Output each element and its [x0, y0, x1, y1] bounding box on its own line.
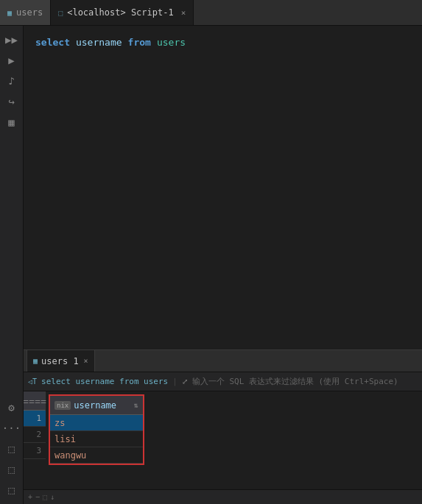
top-bar: ▦ users ⬚ <localhost> Script-1 × — [0, 0, 422, 26]
col-name-username: username — [74, 400, 131, 411]
column-header-username[interactable]: nix username ⇅ — [50, 396, 143, 415]
sort-icon[interactable]: ⇅ — [134, 401, 138, 409]
grid-table-wrapper: nix username ⇅ zs lisi — [46, 391, 147, 489]
table-users: users — [157, 37, 186, 48]
row-number-column: ⚌⚌⚌⚌ 1 2 3 — [24, 391, 46, 489]
row-icons-header: ⚌⚌⚌⚌ — [24, 397, 46, 405]
sidebar: ▶▶ ▶ ♪ ↪ ▦ ⚙ ··· ⬚ ⬚ ⬚ — [0, 26, 24, 504]
results-panel: ▦ users 1 × ◁T select username from user… — [24, 349, 422, 504]
refresh-icon[interactable]: ↪ — [2, 92, 21, 111]
result-tab-icon: ▦ — [33, 357, 38, 365]
filter-hint: 输入一个 SQL 表达式来过滤结果 (使用 Ctrl+Space) — [192, 376, 398, 387]
keyword-select: select — [35, 37, 70, 48]
row-num-1: 1 — [24, 411, 46, 427]
tab-users-label: users — [16, 7, 43, 18]
data-grid: ⚌⚌⚌⚌ 1 2 3 nix username ⇅ — [24, 391, 422, 489]
grid-icon[interactable]: ▦ — [2, 113, 21, 132]
editor-line-1: select username from users — [35, 33, 410, 51]
query-bar: ◁T select username from users | ⤢ 输入一个 S… — [24, 372, 422, 391]
panel2-icon[interactable]: ⬚ — [2, 460, 21, 479]
separator: | — [172, 377, 177, 386]
add-row-icon[interactable]: + — [28, 493, 32, 501]
delete-row-icon[interactable]: − — [35, 493, 40, 501]
filter-expand-icon: ⤢ — [182, 377, 188, 386]
result-tab-close-icon[interactable]: × — [84, 357, 88, 365]
content-area: select username from users ▦ users 1 × — [24, 26, 422, 504]
tab-users[interactable]: ▦ users — [0, 0, 51, 25]
settings-icon[interactable]: ⚙ — [2, 398, 21, 417]
save-icon[interactable]: ↓ — [50, 493, 54, 501]
bottom-bar: + − ⬚ ↓ — [24, 489, 422, 504]
query-text: select username from users — [41, 377, 168, 386]
more-icon[interactable]: ··· — [2, 419, 21, 438]
row-num-3: 3 — [24, 443, 46, 459]
table-row[interactable]: wangwu — [50, 447, 143, 464]
editor[interactable]: select username from users — [24, 26, 422, 349]
sidebar-bottom: ⚙ ··· ⬚ ⬚ ⬚ — [2, 398, 21, 504]
script-icon[interactable]: ♪ — [2, 71, 21, 90]
result-tab-users[interactable]: ▦ users 1 × — [27, 350, 95, 372]
panel3-icon[interactable]: ⬚ — [2, 480, 21, 500]
table-row[interactable]: zs — [50, 415, 143, 431]
query-indicator-icon: ◁T — [28, 377, 37, 386]
main-layout: ▶▶ ▶ ♪ ↪ ▦ ⚙ ··· ⬚ ⬚ ⬚ select username f… — [0, 26, 422, 504]
tab-close-icon[interactable]: × — [181, 8, 186, 18]
cell-value-2: lisi — [54, 434, 76, 444]
row-num-2: 2 — [24, 427, 46, 443]
panel1-icon[interactable]: ⬚ — [2, 439, 21, 458]
tab-script-label: <localhost> Script-1 — [67, 7, 174, 18]
run-all-icon[interactable]: ▶▶ — [2, 30, 21, 49]
field-username: username — [76, 37, 122, 48]
run-icon[interactable]: ▶ — [2, 51, 21, 70]
cell-value-3: wangwu — [54, 450, 86, 461]
tab-script[interactable]: ⬚ <localhost> Script-1 × — [51, 0, 194, 25]
result-tabs-bar: ▦ users 1 × — [24, 350, 422, 372]
keyword-from: from — [128, 37, 151, 48]
col-type-badge: nix — [54, 401, 71, 410]
result-tab-label: users 1 — [41, 356, 79, 366]
cell-value-1: zs — [54, 418, 65, 428]
table-container: nix username ⇅ zs lisi — [49, 394, 144, 465]
table-row[interactable]: lisi — [50, 431, 143, 447]
script-icon: ⬚ — [58, 9, 63, 17]
db-icon: ▦ — [7, 9, 12, 17]
duplicate-icon[interactable]: ⬚ — [43, 493, 47, 501]
